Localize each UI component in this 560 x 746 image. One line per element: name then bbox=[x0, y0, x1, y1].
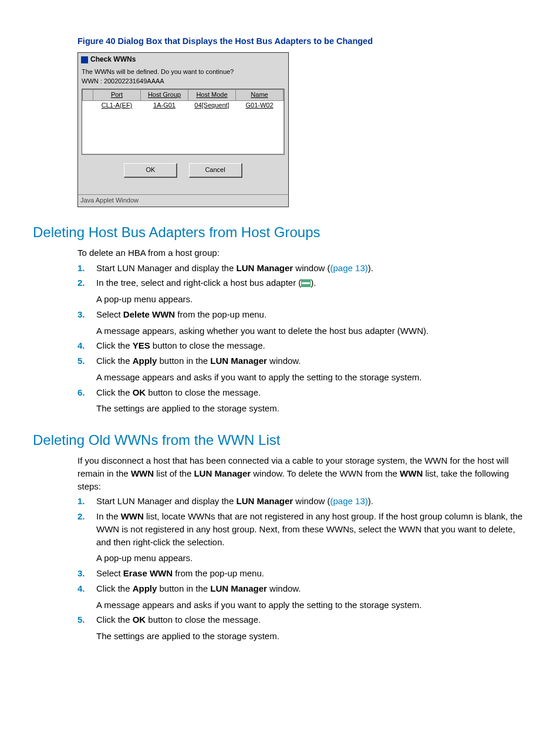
col-host-group[interactable]: Host Group bbox=[141, 90, 188, 101]
dialog-title: Check WWNs bbox=[90, 55, 136, 65]
list-item: Click the OK button to close the message… bbox=[77, 386, 527, 416]
cancel-button[interactable]: Cancel bbox=[189, 163, 242, 178]
section-heading-delete-old-wwns: Deleting Old WWNs from the WWN List bbox=[33, 430, 527, 451]
list-item: Select Delete WWN from the pop-up menu. … bbox=[77, 308, 527, 337]
col-port[interactable]: Port bbox=[93, 90, 141, 101]
steps-list-a: Start LUN Manager and display the LUN Ma… bbox=[77, 262, 527, 416]
steps-list-b: Start LUN Manager and display the LUN Ma… bbox=[77, 495, 527, 643]
ok-button[interactable]: OK bbox=[124, 163, 177, 178]
cell-port: CL1-A(EF) bbox=[93, 101, 141, 110]
section-intro: To delete an HBA from a host group: bbox=[77, 247, 527, 259]
cell-name: G01-W02 bbox=[236, 101, 284, 110]
list-item: Click the YES button to close the messag… bbox=[77, 339, 527, 352]
dialog-message-2: WWN : 200202231649AAAA bbox=[82, 77, 285, 86]
dialog-message-1: The WWNs will be defined. Do you want to… bbox=[82, 67, 285, 77]
list-item: Click the OK button to close the message… bbox=[77, 613, 527, 643]
list-item: Start LUN Manager and display the LUN Ma… bbox=[77, 495, 527, 508]
table-header-row: Port Host Group Host Mode Name bbox=[83, 90, 284, 101]
xref-page-13[interactable]: (page 13) bbox=[330, 496, 368, 506]
dialog-titlebar: Check WWNs bbox=[78, 53, 288, 66]
window-icon bbox=[81, 56, 88, 63]
cell-host-mode: 04[Sequent] bbox=[188, 101, 236, 110]
dialog-table: Port Host Group Host Mode Name CL1-A(EF)… bbox=[82, 89, 285, 155]
hba-icon bbox=[301, 279, 311, 287]
list-item: In the tree, select and right-click a ho… bbox=[77, 276, 527, 306]
cell-host-group: 1A-G01 bbox=[141, 101, 188, 110]
dialog-statusbar: Java Applet Window bbox=[78, 194, 288, 207]
list-item: Click the Apply button in the LUN Manage… bbox=[77, 582, 527, 612]
xref-page-13[interactable]: (page 13) bbox=[330, 263, 368, 273]
list-item: Select Erase WWN from the pop-up menu. bbox=[77, 567, 527, 580]
list-item: Click the Apply button in the LUN Manage… bbox=[77, 355, 527, 384]
figure-caption: Figure 40 Dialog Box that Displays the H… bbox=[77, 35, 527, 48]
col-name[interactable]: Name bbox=[236, 90, 284, 101]
section-heading-delete-hba: Deleting Host Bus Adapters from Host Gro… bbox=[33, 222, 527, 243]
col-host-mode[interactable]: Host Mode bbox=[188, 90, 236, 101]
list-item: In the WWN list, locate WWNs that are no… bbox=[77, 510, 527, 565]
list-item: Start LUN Manager and display the LUN Ma… bbox=[77, 262, 527, 275]
dialog-check-wwns: Check WWNs The WWNs will be defined. Do … bbox=[77, 52, 289, 207]
table-row[interactable]: CL1-A(EF) 1A-G01 04[Sequent] G01-W02 bbox=[83, 101, 284, 110]
section-intro: If you disconnect a host that has been c… bbox=[77, 454, 527, 492]
